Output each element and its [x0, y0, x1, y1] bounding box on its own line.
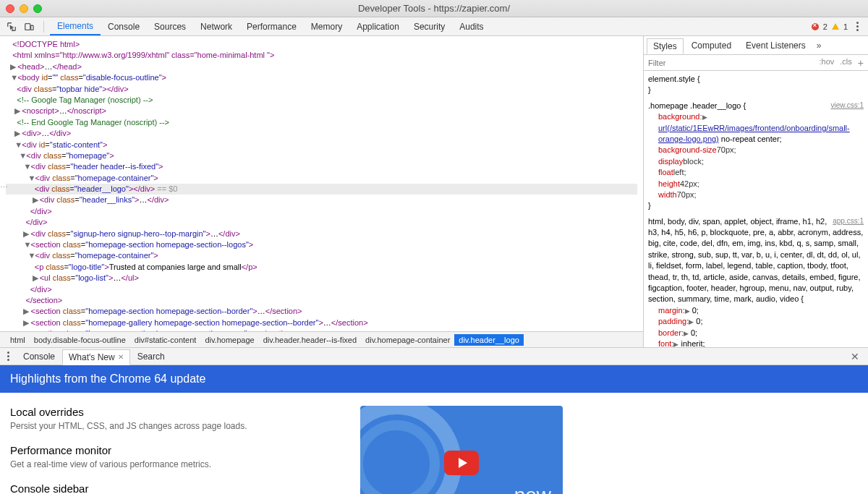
dom-node[interactable]: ▼<div class="header header--is-fixed">: [6, 161, 637, 172]
settings-menu-icon[interactable]: [852, 22, 862, 32]
dom-node[interactable]: ▶<div class="header__links">…</div>: [6, 195, 637, 205]
dom-node[interactable]: ▶<ul class="logo-list">…</ul>: [6, 273, 637, 284]
svg-rect-0: [25, 23, 30, 30]
expand-triangle-icon[interactable]: ▼: [23, 239, 30, 250]
expand-triangle-icon[interactable]: ▼: [19, 150, 26, 161]
drawer-tab-search[interactable]: Search: [132, 349, 171, 364]
tab-network[interactable]: Network: [193, 17, 239, 35]
expand-triangle-icon[interactable]: ▶: [23, 328, 30, 331]
dom-node[interactable]: ▶<div class="signup-hero signup-hero--to…: [6, 229, 637, 239]
warning-icon[interactable]: [832, 23, 839, 30]
highlights-list: Local overridesPersist your HTML, CSS, a…: [10, 406, 343, 494]
tab-elements[interactable]: Elements: [50, 17, 101, 35]
dom-node[interactable]: ▶<section class="homepage-section homepa…: [6, 306, 637, 317]
dom-node[interactable]: ▶<section class="homepage-gallery homepa…: [6, 318, 637, 328]
tab-audits[interactable]: Audits: [452, 17, 490, 35]
dom-node[interactable]: ▶<div>…</div>: [6, 128, 637, 139]
tab-console[interactable]: Console: [101, 17, 147, 35]
dom-node[interactable]: <div class="header__logo"></div> == $0: [6, 184, 637, 195]
dom-node[interactable]: <!-- Google Tag Manager (noscript) -->: [6, 95, 637, 106]
breadcrumb-item[interactable]: div.homepage-container: [361, 334, 454, 346]
whatsnew-banner: Highlights from the Chrome 64 update: [0, 365, 868, 393]
minimize-window-button[interactable]: [20, 4, 28, 13]
dom-node[interactable]: </section>: [6, 295, 637, 306]
breadcrumb-item[interactable]: div#static-content: [130, 334, 201, 346]
dom-node[interactable]: <!-- End Google Tag Manager (noscript) -…: [6, 117, 637, 128]
drawer-tab-whatsnew[interactable]: What's New✕: [62, 349, 130, 365]
dom-node[interactable]: ▶<head>…</head>: [6, 61, 637, 72]
close-drawer-icon[interactable]: ✕: [851, 351, 859, 362]
highlight-item[interactable]: Performance monitorGet a real-time view …: [10, 444, 343, 469]
drawer-tab-console[interactable]: Console: [17, 349, 61, 364]
panel-tabs: Elements Console Sources Network Perform…: [50, 17, 491, 35]
css-rule[interactable]: app.css:1html, body, div, span, applet, …: [648, 216, 864, 347]
css-rules[interactable]: element.style {}view.css:1.homepage .hea…: [644, 71, 868, 347]
css-rule[interactable]: view.css:1.homepage .header__logo {backg…: [648, 101, 864, 212]
tab-application[interactable]: Application: [349, 17, 407, 35]
css-rule[interactable]: element.style {}: [648, 74, 864, 96]
highlight-item[interactable]: Local overridesPersist your HTML, CSS, a…: [10, 406, 343, 431]
dom-node[interactable]: ▶<section class="homepage-section homepa…: [6, 328, 637, 331]
highlight-item[interactable]: Console sidebarReduce console noise and …: [10, 482, 343, 494]
inspect-element-icon[interactable]: [6, 21, 17, 33]
styles-filter-input[interactable]: [648, 59, 820, 67]
dom-node[interactable]: ▼<div class="homepage-container">: [6, 173, 637, 184]
error-icon[interactable]: [812, 23, 819, 30]
expand-triangle-icon[interactable]: ▶: [14, 128, 22, 139]
expand-triangle-icon[interactable]: ▶: [23, 306, 30, 317]
more-tabs-icon[interactable]: »: [817, 41, 822, 51]
expand-triangle-icon[interactable]: ▶: [23, 229, 30, 239]
expand-triangle-icon[interactable]: ▼: [28, 250, 35, 261]
expand-triangle-icon[interactable]: ▶: [14, 106, 22, 116]
dom-node[interactable]: ▼<div id="static-content">: [6, 140, 637, 150]
source-link[interactable]: view.css:1: [830, 101, 864, 111]
subtab-computed[interactable]: Computed: [685, 38, 738, 54]
expand-triangle-icon[interactable]: ▶: [23, 318, 30, 328]
dom-node[interactable]: </div>: [6, 217, 637, 228]
close-window-button[interactable]: [6, 4, 14, 13]
tab-security[interactable]: Security: [407, 17, 452, 35]
breadcrumb-item[interactable]: div.header.header--is-fixed: [259, 334, 361, 346]
expand-triangle-icon[interactable]: ▶: [33, 195, 40, 205]
expand-triangle-icon[interactable]: ▼: [14, 140, 22, 150]
device-toggle-icon[interactable]: [23, 21, 35, 33]
expand-triangle-icon[interactable]: ▼: [28, 173, 35, 184]
hover-toggle[interactable]: :hov: [820, 57, 835, 69]
subtab-event-listeners[interactable]: Event Listeners: [739, 38, 812, 54]
video-thumbnail[interactable]: new: [360, 406, 563, 494]
expand-triangle-icon[interactable]: ▼: [10, 72, 17, 83]
dom-node[interactable]: ▶<noscript>…</noscript>: [6, 106, 637, 116]
close-tab-icon[interactable]: ✕: [118, 353, 124, 361]
tab-sources[interactable]: Sources: [147, 17, 193, 35]
play-button-icon[interactable]: [444, 451, 479, 475]
expand-triangle-icon[interactable]: ▶: [33, 273, 40, 284]
tab-performance[interactable]: Performance: [239, 17, 304, 35]
dom-node[interactable]: <div class="topbar hide"></div>: [6, 84, 637, 95]
dom-tree[interactable]: <!DOCTYPE html> <html xmlns="http://www.…: [0, 36, 643, 331]
new-rule-button[interactable]: +: [858, 57, 864, 69]
dom-node[interactable]: ▼<body id="" class="disable-focus-outlin…: [6, 72, 637, 83]
dom-node[interactable]: <!DOCTYPE html>: [6, 39, 637, 50]
dom-node[interactable]: </div>: [6, 206, 637, 217]
dom-node[interactable]: <p class="logo-title">Trusted at compani…: [6, 262, 637, 273]
dom-node[interactable]: <html xmlns="http://www.w3.org/1999/xhtm…: [6, 50, 637, 61]
dom-node[interactable]: </div>: [6, 284, 637, 295]
dom-node[interactable]: ▼<div class="homepage">: [6, 150, 637, 161]
expand-triangle-icon[interactable]: ▶: [10, 61, 17, 72]
source-link[interactable]: app.css:1: [833, 216, 864, 226]
breadcrumb-item[interactable]: body.disable-focus-outline: [30, 334, 130, 346]
maximize-window-button[interactable]: [33, 4, 42, 13]
drawer-menu-icon[interactable]: [3, 352, 13, 361]
highlight-description: Persist your HTML, CSS, and JS changes a…: [10, 421, 343, 431]
breadcrumb-item[interactable]: div.header__logo: [454, 334, 524, 346]
dom-node[interactable]: ▼<section class="homepage-section homepa…: [6, 239, 637, 250]
toolbar-separator: [43, 21, 44, 33]
cls-toggle[interactable]: .cls: [840, 57, 852, 69]
expand-triangle-icon[interactable]: ▼: [23, 161, 30, 172]
breadcrumb-item[interactable]: html: [6, 334, 30, 346]
dom-node[interactable]: ▼<div class="homepage-container">: [6, 250, 637, 261]
subtab-styles[interactable]: Styles: [647, 38, 684, 54]
breadcrumb-item[interactable]: div.homepage: [200, 334, 258, 346]
dom-breadcrumb: htmlbody.disable-focus-outlinediv#static…: [0, 331, 643, 347]
tab-memory[interactable]: Memory: [304, 17, 349, 35]
